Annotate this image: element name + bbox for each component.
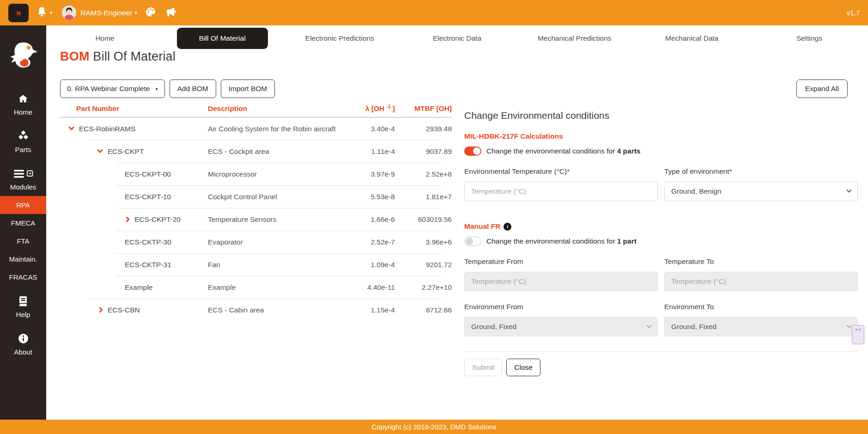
mil-hdbk-toggle-label: Change the environmental conditions for … bbox=[486, 147, 640, 155]
page-title: BOM Bill Of Material bbox=[60, 49, 176, 64]
copyright-text: Copyright (c) 2018-2023, DMD Solutions bbox=[371, 423, 496, 431]
tab-mechanical-predictions[interactable]: Mechanical Predictions bbox=[516, 28, 633, 49]
theme-palette-button[interactable] bbox=[145, 6, 157, 20]
sidebar-item-modules[interactable]: Modules bbox=[0, 162, 46, 196]
bell-icon bbox=[36, 6, 48, 19]
table-row[interactable]: ECS-CKPT-10 Cockpit Control Panel 5.53e-… bbox=[60, 185, 452, 208]
column-header-description[interactable]: Description bbox=[208, 104, 360, 113]
mil-hdbk-toggle[interactable] bbox=[464, 147, 481, 156]
table-row[interactable]: ECS-CKPT ECS - Cockpit area 1.11e-4 9037… bbox=[60, 140, 452, 163]
part-description: Fan bbox=[208, 261, 360, 269]
modules-icon bbox=[13, 167, 33, 180]
column-header-part-number[interactable]: Part Number bbox=[60, 104, 208, 113]
type-of-environment-select[interactable]: Ground, Benign bbox=[664, 182, 858, 201]
add-bom-button[interactable]: Add BOM bbox=[170, 79, 216, 98]
temperature-from-field: Temperature From bbox=[464, 257, 658, 291]
tab-home[interactable]: Home bbox=[46, 28, 164, 49]
environmental-temperature-label: Environmental Temperature (°C)* bbox=[464, 167, 658, 176]
chevron-down-icon bbox=[846, 323, 851, 328]
temperature-to-label: Temperature To bbox=[664, 257, 858, 266]
user-menu[interactable]: RAMS-Engineer ▾ bbox=[62, 6, 138, 20]
sidebar-item-parts[interactable]: Parts bbox=[0, 125, 46, 159]
part-number: ECS-CKTP-30 bbox=[125, 238, 171, 246]
parts-icon bbox=[17, 130, 30, 142]
mtbf-value: 9037.89 bbox=[395, 147, 452, 156]
sidebar-item-fmeca[interactable]: FMECA bbox=[0, 214, 46, 232]
help-icon bbox=[18, 295, 29, 307]
tab-electronic-data[interactable]: Electronic Data bbox=[398, 28, 516, 49]
close-button[interactable]: Close bbox=[506, 359, 540, 376]
lambda-value: 2.52e-7 bbox=[360, 238, 395, 246]
part-description: Evaporator bbox=[208, 238, 360, 246]
topbar: » ▾ RAMS-Engineer ▾ v1.7 bbox=[0, 0, 868, 25]
chevron-right-icon[interactable] bbox=[124, 216, 130, 222]
environmental-conditions-panel: Change Environmental conditions MIL-HDBK… bbox=[464, 110, 858, 376]
manual-fr-toggle-row: Change the environmental conditions for … bbox=[464, 237, 858, 246]
panel-buttons: Submit Close bbox=[464, 359, 858, 376]
main-content: HomeBill Of MaterialElectronic Predictio… bbox=[46, 25, 868, 420]
column-header-mtbf[interactable]: MTBF [OH] bbox=[395, 104, 452, 113]
table-row[interactable]: ECS-CKPT-00 Microprocessor 3.97e-9 2.52e… bbox=[60, 163, 452, 185]
lambda-value: 3.40e-4 bbox=[360, 125, 395, 133]
environment-to-select: Ground, Fixed bbox=[664, 317, 858, 336]
temperature-to-field: Temperature To bbox=[664, 257, 858, 291]
tab-settings[interactable]: Settings bbox=[751, 28, 868, 49]
manual-fr-toggle[interactable] bbox=[464, 237, 481, 246]
bom-toolbar: 0. RPA Webinar Complete ▾ Add BOM Import… bbox=[60, 79, 275, 98]
user-name: RAMS-Engineer bbox=[81, 9, 133, 17]
part-number: ECS-CKPT bbox=[108, 147, 144, 156]
announcements-button[interactable] bbox=[164, 6, 176, 20]
table-row[interactable]: ECS-RobinRAMS Air Cooling System for the… bbox=[60, 117, 452, 140]
palette-icon bbox=[145, 6, 157, 20]
chevron-right-icon[interactable] bbox=[97, 307, 103, 313]
manual-fr-section-heading: Manual FR i bbox=[464, 222, 858, 231]
environmental-temperature-input[interactable] bbox=[464, 182, 658, 201]
sidebar-item-fracas[interactable]: FRACAS bbox=[0, 268, 46, 286]
mtbf-value: 2939.48 bbox=[395, 125, 452, 133]
bom-select[interactable]: 0. RPA Webinar Complete ▾ bbox=[60, 79, 165, 98]
about-icon bbox=[18, 332, 29, 345]
bom-table-body: ECS-RobinRAMS Air Cooling System for the… bbox=[60, 117, 452, 321]
table-row[interactable]: ECS-CKTP-31 Fan 1.09e-4 9201.72 bbox=[60, 253, 452, 276]
environmental-temperature-field: Environmental Temperature (°C)* bbox=[464, 167, 658, 201]
chevron-down-icon[interactable] bbox=[97, 147, 103, 153]
sidebar-item-rpa[interactable]: RPA bbox=[0, 196, 46, 214]
import-bom-button[interactable]: Import BOM bbox=[221, 79, 275, 98]
mtbf-value: 2.52e+8 bbox=[395, 170, 452, 178]
lambda-value: 5.53e-8 bbox=[360, 193, 395, 201]
overlay-badge[interactable]: >.< bbox=[852, 325, 864, 344]
chevron-down-icon: ▾ bbox=[50, 10, 53, 16]
page-title-rest: Bill Of Material bbox=[93, 49, 176, 63]
expand-all-button[interactable]: Expand All bbox=[796, 79, 848, 98]
panel-divider bbox=[464, 351, 858, 352]
info-icon[interactable]: i bbox=[504, 223, 511, 231]
sidebar-item-fta[interactable]: FTA bbox=[0, 232, 46, 250]
sidebar-collapse-button[interactable]: » bbox=[8, 4, 29, 22]
sidebar-item-help[interactable]: Help bbox=[0, 290, 46, 324]
bom-select-value: 0. RPA Webinar Complete bbox=[67, 85, 150, 93]
temperature-from-label: Temperature From bbox=[464, 257, 658, 266]
mtbf-value: 1.81e+7 bbox=[395, 193, 452, 201]
sidebar-item-home[interactable]: Home bbox=[0, 87, 46, 121]
chevron-down-icon: ▾ bbox=[155, 86, 158, 92]
app-version: v1.7 bbox=[847, 9, 860, 17]
sidebar-item-maintain[interactable]: Maintain. bbox=[0, 250, 46, 268]
tab-electronic-predictions[interactable]: Electronic Predictions bbox=[281, 28, 398, 49]
environment-to-field: Environment To Ground, Fixed bbox=[664, 303, 858, 336]
notifications-button[interactable]: ▾ bbox=[36, 6, 53, 19]
table-row[interactable]: ECS-CKTP-30 Evaporator 2.52e-7 3.96e+6 bbox=[60, 231, 452, 253]
chevron-down-icon: ▾ bbox=[135, 10, 138, 16]
table-row[interactable]: Example Example 4.40e-11 2.27e+10 bbox=[60, 276, 452, 299]
chevron-down-icon[interactable] bbox=[68, 124, 74, 130]
table-row[interactable]: ECS-CBN ECS - Cabin area 1.15e-4 8712.66 bbox=[60, 299, 452, 321]
sidebar-item-about[interactable]: About bbox=[0, 327, 46, 361]
part-description: ECS - Cockpit area bbox=[208, 147, 360, 156]
part-description: Air Cooling System for the Robin aircraf… bbox=[208, 125, 360, 133]
column-header-lambda[interactable]: λ [OH -1 ] bbox=[360, 104, 395, 113]
tab-bill-of-material[interactable]: Bill Of Material bbox=[164, 28, 281, 49]
table-row[interactable]: ECS-CKPT-20 Temperature Sensors 1.66e-6 … bbox=[60, 208, 452, 231]
footer: Copyright (c) 2018-2023, DMD Solutions bbox=[0, 420, 868, 434]
part-description: Example bbox=[208, 283, 360, 292]
environment-from-select: Ground, Fixed bbox=[464, 317, 658, 336]
tab-mechanical-data[interactable]: Mechanical Data bbox=[633, 28, 751, 49]
